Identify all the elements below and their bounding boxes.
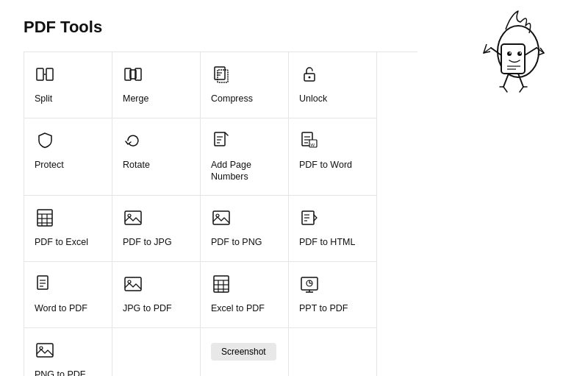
split-label: Split <box>35 93 52 104</box>
pdf-to-word-icon: W <box>299 130 320 153</box>
svg-line-64 <box>525 48 537 55</box>
jpg-to-pdf-label: JPG to PDF <box>123 302 172 314</box>
svg-point-41 <box>128 280 131 283</box>
tool-pdf-to-jpg[interactable]: PDF to JPG <box>112 196 201 262</box>
jpg-to-pdf-icon <box>123 274 143 297</box>
svg-rect-40 <box>125 277 141 291</box>
empty-cell-3 <box>289 328 377 377</box>
protect-icon <box>35 130 55 153</box>
svg-line-67 <box>518 74 523 87</box>
unlock-icon <box>299 64 320 87</box>
svg-line-62 <box>491 48 501 55</box>
svg-rect-1 <box>46 68 53 80</box>
add-page-numbers-icon <box>211 130 232 153</box>
tool-png-to-pdf[interactable]: PNG to PDF <box>24 328 112 377</box>
svg-rect-22 <box>37 210 52 226</box>
png-to-pdf-icon <box>35 340 55 363</box>
tool-jpg-to-pdf[interactable]: JPG to PDF <box>112 262 201 328</box>
png-to-pdf-label: PNG to PDF <box>35 369 85 377</box>
pdf-to-html-icon <box>299 207 320 230</box>
svg-rect-30 <box>213 211 229 224</box>
ppt-to-pdf-icon <box>299 274 320 297</box>
svg-point-60 <box>509 52 511 54</box>
pdf-to-word-label: PDF to Word <box>299 159 352 171</box>
tool-merge[interactable]: Merge <box>112 52 201 118</box>
ppt-to-pdf-label: PPT to PDF <box>299 302 348 314</box>
word-to-pdf-label: Word to PDF <box>35 302 87 314</box>
svg-rect-42 <box>214 276 229 292</box>
svg-rect-36 <box>37 276 48 289</box>
svg-rect-7 <box>218 70 228 82</box>
svg-point-59 <box>517 52 522 56</box>
svg-point-29 <box>128 214 131 217</box>
protect-label: Protect <box>35 159 64 171</box>
merge-label: Merge <box>123 93 148 104</box>
svg-point-11 <box>309 77 311 79</box>
tool-pdf-to-png[interactable]: PDF to PNG <box>201 196 289 262</box>
excel-to-pdf-icon <box>211 274 232 297</box>
tool-compress[interactable]: Compress <box>201 52 289 118</box>
merge-icon <box>123 64 143 87</box>
svg-rect-54 <box>37 344 53 357</box>
rotate-icon <box>123 130 143 153</box>
pdf-to-excel-icon <box>35 207 55 230</box>
tools-grid: Split Merge Compress <box>24 52 417 376</box>
excel-to-pdf-label: Excel to PDF <box>211 302 265 314</box>
tool-unlock[interactable]: Unlock <box>289 52 377 118</box>
svg-point-31 <box>216 214 219 217</box>
tool-excel-to-pdf[interactable]: Excel to PDF <box>201 262 289 328</box>
pdf-to-png-label: PDF to PNG <box>211 236 262 248</box>
pdf-to-jpg-label: PDF to JPG <box>123 236 172 248</box>
svg-point-55 <box>40 347 43 350</box>
pdf-to-excel-label: PDF to Excel <box>35 236 88 248</box>
page-title: PDF Tools <box>24 18 417 37</box>
word-to-pdf-icon <box>35 274 55 297</box>
pdf-to-png-icon <box>211 207 232 230</box>
tool-word-to-pdf[interactable]: Word to PDF <box>24 262 112 328</box>
svg-text:W: W <box>311 143 315 147</box>
compress-label: Compress <box>211 93 253 104</box>
empty-cell-1 <box>112 328 201 377</box>
tool-pdf-to-word[interactable]: W PDF to Word <box>289 118 377 196</box>
split-icon <box>35 64 55 87</box>
mascot-illustration <box>470 7 559 103</box>
tool-protect[interactable]: Protect <box>24 118 112 196</box>
svg-point-61 <box>520 52 521 54</box>
compress-icon <box>211 64 232 87</box>
unlock-label: Unlock <box>299 93 327 104</box>
svg-point-58 <box>507 52 512 56</box>
tool-add-page-numbers[interactable]: Add Page Numbers <box>201 118 289 196</box>
pdf-to-jpg-icon <box>123 207 143 230</box>
empty-cell-2: Screenshot <box>201 328 289 377</box>
svg-rect-0 <box>37 68 43 80</box>
rotate-label: Rotate <box>123 159 150 171</box>
svg-rect-28 <box>125 211 141 224</box>
svg-rect-12 <box>215 132 225 146</box>
pdf-to-html-label: PDF to HTML <box>299 236 355 248</box>
tool-ppt-to-pdf[interactable]: PPT to PDF <box>289 262 377 328</box>
tool-pdf-to-html[interactable]: PDF to HTML <box>289 196 377 262</box>
tool-pdf-to-excel[interactable]: PDF to Excel <box>24 196 112 262</box>
screenshot-button[interactable]: Screenshot <box>211 343 276 361</box>
tool-rotate[interactable]: Rotate <box>112 118 201 196</box>
add-page-numbers-label: Add Page Numbers <box>211 159 251 183</box>
tool-split[interactable]: Split <box>24 52 112 118</box>
svg-line-66 <box>503 74 509 87</box>
